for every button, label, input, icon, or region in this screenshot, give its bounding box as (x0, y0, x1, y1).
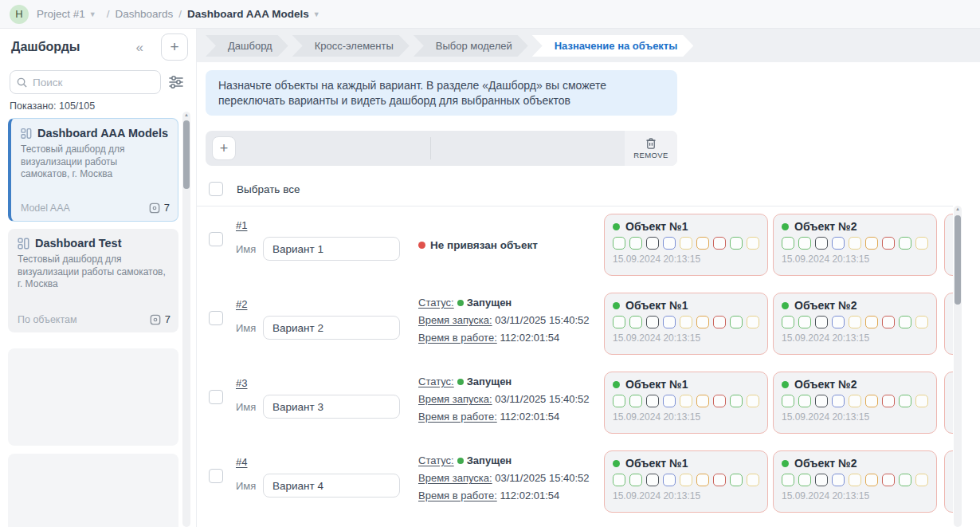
object-card[interactable]: Объект №1 15.09.2024 20:13:15 (604, 293, 768, 355)
object-status-squares (782, 237, 928, 250)
object-card[interactable]: Объект №2 15.09.2024 20:13:15 (773, 293, 937, 355)
status-dot-green (457, 458, 464, 464)
breadcrumb-dashboards[interactable]: Dashboards (115, 8, 173, 20)
remove-button[interactable]: REMOVE (625, 131, 677, 166)
object-title: Объект №1 (625, 299, 688, 312)
status-square-icon (832, 316, 845, 328)
status-square-icon (680, 395, 692, 407)
object-status-squares (782, 474, 928, 486)
status-square-icon (832, 395, 845, 407)
select-all-checkbox[interactable] (209, 182, 223, 196)
status-dot-green (782, 381, 789, 388)
status-square-icon (815, 316, 828, 328)
dashboard-card-tag: Model AAA (21, 203, 70, 214)
variant-checkbox[interactable] (209, 390, 223, 404)
dashboard-card-placeholder[interactable] (8, 454, 178, 527)
variant-number-link[interactable]: #4 (236, 456, 247, 468)
search-input[interactable] (33, 77, 154, 88)
dashboard-card-count: 7 (165, 313, 171, 325)
status-square-icon (613, 474, 625, 486)
variant-number-link[interactable]: #3 (236, 377, 247, 389)
chevron-down-icon[interactable]: ▼ (89, 10, 96, 18)
dashboard-card-selected[interactable]: Dashboard AAA Models Тестовый дашборд дл… (8, 118, 178, 222)
object-card-clipped[interactable] (944, 293, 953, 355)
variant-number-link[interactable]: #2 (236, 298, 247, 310)
scrollbar-thumb[interactable] (955, 215, 961, 305)
status-square-icon (882, 474, 895, 486)
user-avatar[interactable]: H (10, 5, 29, 24)
status-square-icon (865, 237, 878, 250)
variant-status-unbound: Не привязан объект (418, 239, 538, 251)
step-model-selection[interactable]: Выбор моделей (414, 35, 528, 57)
status-square-icon (713, 237, 726, 250)
object-card[interactable]: Объект №1 15.09.2024 20:13:15 (604, 372, 768, 434)
shown-count: Показано: 105/105 (10, 100, 95, 112)
object-card-clipped[interactable] (944, 372, 953, 434)
variant-name-input[interactable] (263, 395, 400, 419)
status-square-icon (782, 474, 794, 486)
status-square-icon (730, 474, 743, 486)
add-variant-button[interactable]: + (212, 136, 236, 160)
sidebar-scrollbar[interactable]: ▲ (182, 112, 190, 527)
step-assign-objects[interactable]: Назначение на объекты (532, 35, 694, 57)
dashboard-card-placeholder[interactable] (8, 348, 178, 446)
dashboard-card-title: Dashboard AAA Models (37, 127, 168, 140)
variant-checkbox[interactable] (209, 311, 223, 325)
status-square-icon (646, 316, 659, 328)
collapse-sidebar-icon[interactable]: « (136, 40, 143, 56)
object-timestamp: 15.09.2024 20:13:15 (613, 332, 759, 344)
variant-name-input[interactable] (263, 474, 400, 498)
variant-checkbox[interactable] (209, 469, 223, 483)
filter-sliders-icon[interactable] (167, 73, 185, 91)
info-banner: Назначьте объекты на каждый вариант. В р… (206, 70, 677, 116)
dashboard-icon (21, 128, 32, 140)
variant-name-input[interactable] (263, 237, 400, 261)
object-card[interactable]: Объект №1 15.09.2024 20:13:15 (604, 214, 768, 276)
add-dashboard-button[interactable]: + (161, 33, 188, 61)
object-card[interactable]: Объект №1 15.09.2024 20:13:15 (604, 450, 768, 513)
status-square-icon (629, 474, 642, 486)
objects-icon (149, 203, 160, 214)
dashboard-card[interactable]: Dashboard Test Тестовый дашборд для визу… (8, 229, 178, 332)
object-timestamp: 15.09.2024 20:13:15 (782, 332, 928, 344)
chevron-down-icon[interactable]: ▼ (313, 10, 320, 18)
sidebar: Дашборды « + Показано: 105/105 Dashboard… (0, 29, 197, 527)
status-square-icon (713, 474, 726, 486)
status-square-icon (849, 316, 861, 328)
status-square-icon (832, 237, 845, 250)
scrollbar-thumb[interactable] (183, 120, 190, 189)
status-square-icon (680, 237, 692, 250)
status-dot-green (613, 381, 620, 388)
variant-name-label: Имя (236, 243, 256, 255)
object-card-clipped[interactable] (944, 214, 953, 276)
project-switcher[interactable]: Project #1 (37, 8, 85, 20)
object-card-clipped[interactable] (944, 450, 953, 513)
status-square-icon (696, 316, 709, 328)
object-timestamp: 15.09.2024 20:13:15 (613, 254, 759, 265)
toolbar-divider (430, 137, 431, 159)
variant-number-link[interactable]: #1 (236, 219, 247, 231)
list-scrollbar[interactable]: ▲ (954, 206, 962, 527)
status-dot-green (782, 460, 789, 467)
dashboard-card-count: 7 (164, 202, 170, 214)
scroll-up-icon[interactable]: ▲ (954, 206, 962, 211)
status-square-icon (798, 474, 811, 486)
wizard-steps: Дашборд Кросс-элементы Выбор моделей Наз… (206, 35, 693, 57)
object-title: Объект №2 (794, 457, 857, 470)
status-square-icon (798, 395, 811, 407)
step-cross-elements[interactable]: Кросс-элементы (292, 35, 410, 57)
object-card[interactable]: Объект №2 15.09.2024 20:13:15 (773, 372, 937, 434)
step-dashboard[interactable]: Дашборд (206, 35, 288, 57)
object-card[interactable]: Объект №2 15.09.2024 20:13:15 (773, 214, 937, 276)
object-title: Объект №1 (625, 378, 688, 391)
status-square-icon (730, 237, 743, 250)
object-timestamp: 15.09.2024 20:13:15 (782, 490, 928, 501)
status-square-icon (915, 474, 928, 486)
status-dot-green (457, 379, 464, 385)
object-card[interactable]: Объект №2 15.09.2024 20:13:15 (773, 450, 937, 513)
variant-name-input[interactable] (263, 316, 400, 340)
object-status-squares (782, 316, 928, 328)
scroll-up-icon[interactable]: ▲ (182, 112, 190, 117)
variant-checkbox[interactable] (209, 232, 223, 246)
status-dot-green (782, 223, 789, 230)
